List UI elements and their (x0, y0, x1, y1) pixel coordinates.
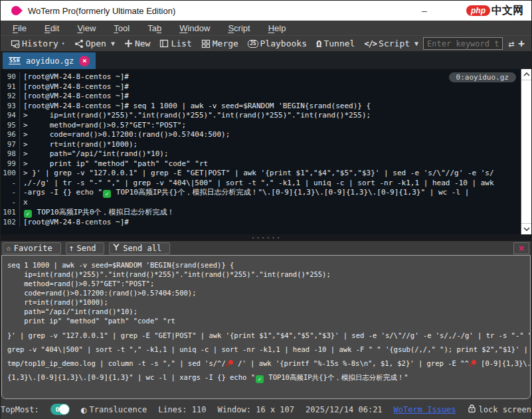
line-text: [root@VM-24-8-centos ~]# (20, 72, 129, 82)
tab-label: aoyiduo.gz (26, 56, 74, 66)
line-text: [root@VM-24-8-centos ~]# (20, 82, 129, 92)
playbooks-button[interactable]: JS Playbooks (243, 37, 311, 51)
terminal[interactable]: 90[root@VM-24-8-centos ~]#91[root@VM-24-… (1, 69, 531, 234)
editor-line: seq 1 1000 | awk -v seed=$RANDOM 'BEGIN{… (7, 260, 525, 270)
tunnel-label: Tunnel (323, 39, 355, 48)
terminal-line: --args -I {} echo "✓ TOP10高频IP共{}个，模拟日志分… (1, 188, 520, 198)
lock-screen-button[interactable]: lock screen (468, 404, 531, 415)
pin-icon (226, 360, 233, 367)
tab-close-icon[interactable]: × (79, 56, 90, 66)
line-text: > code=rand()>0.1?200:(rand()>0.5?404:50… (20, 130, 230, 140)
check-icon: ✓ (103, 190, 111, 198)
line-number: - (1, 179, 20, 189)
check-icon: ✓ (24, 210, 32, 218)
swap-icon[interactable]: ⇄ (508, 38, 514, 50)
menu-bar: FileEditViewToolTabWindowScriptHelp (1, 21, 531, 35)
menu-item-script[interactable]: Script (228, 23, 250, 33)
list-button[interactable]: List (155, 37, 196, 51)
plus-icon (124, 39, 133, 48)
line-text: x (20, 198, 28, 208)
menu-item-tab[interactable]: Tab (147, 23, 161, 33)
editor-line: }' | grep -v "127.0.0.1" | grep -E "GET|… (7, 329, 525, 343)
terminal-line: 102[root@VM-24-8-centos ~]# (1, 218, 520, 228)
menu-item-file[interactable]: File (13, 23, 27, 33)
line-text: > ip=int(rand()*255)"."int(rand()*255)".… (20, 111, 371, 121)
add-icon[interactable]: + (518, 37, 525, 50)
list-icon (159, 39, 169, 48)
window-title: WoTerm Pro(formerly Ultimate Edition) (28, 6, 175, 16)
history-button[interactable]: History ▾ (6, 37, 70, 51)
line-number: 100 (1, 169, 20, 179)
editor-line: ip=int(rand()*255)"."int(rand()*255)"."i… (7, 270, 525, 279)
line-text: > method=rand()>0.5?"GET":"POST"; (20, 121, 186, 131)
send-button[interactable]: ↑ Send (66, 242, 105, 254)
lines-count: Lines: 110 (158, 405, 206, 414)
topmost-toggle[interactable]: ON (50, 404, 70, 415)
open-button[interactable]: Open ▼ (70, 37, 120, 51)
menu-item-window[interactable]: Window (179, 23, 210, 33)
favorite-button[interactable]: ☆ Favorite (3, 242, 61, 254)
history-label: History (22, 39, 58, 48)
code-icon: </> (364, 39, 377, 48)
editor-line: rt=int(rand()*1000); (7, 297, 525, 307)
splitter-handle-icon[interactable] (251, 232, 282, 240)
open-icon (74, 39, 84, 48)
command-editor[interactable]: seq 1 1000 | awk -v seed=$RANDOM 'BEGIN{… (1, 255, 531, 399)
line-text: > rt=int(rand()*1000); (20, 140, 137, 150)
editor-line: method=rand()>0.5?"GET":"POST"; (7, 279, 525, 288)
terminal-line: -x (1, 198, 520, 208)
terminal-line: 98> path="/api/"int(rand()*10); (1, 149, 520, 159)
history-icon (11, 39, 20, 48)
php-watermark: php 中文网 (466, 4, 523, 18)
branch-icon (112, 243, 120, 253)
topmost-label: TopMost: (1, 405, 39, 414)
line-number: 95 (1, 121, 20, 131)
menu-item-view[interactable]: View (77, 23, 96, 33)
search-box (423, 37, 503, 50)
new-button[interactable]: New (120, 37, 155, 51)
terminal-line: 101✓ TOP10高频IP共0个，模拟日志分析完成！ (1, 208, 520, 218)
script-label: Script (379, 39, 410, 48)
panel-close-icon[interactable]: × (513, 242, 529, 254)
up-arrow-icon: ↑ (69, 243, 74, 253)
issues-link[interactable]: WoTerm Issues (394, 405, 456, 414)
editor-line: grep -v "404\|500" | sort -t "," -k1,1 |… (7, 343, 525, 357)
menu-item-edit[interactable]: Edit (44, 23, 59, 33)
line-number: - (1, 188, 20, 198)
merge-icon (201, 39, 211, 48)
title-bar: WoTerm Pro(formerly Ultimate Edition) — … (1, 1, 531, 21)
send-all-button[interactable]: Send all (109, 242, 170, 254)
playbooks-label: Playbooks (260, 39, 307, 48)
tab-aoyiduo[interactable]: SSH aoyiduo.gz × (3, 52, 96, 69)
line-number: 94 (1, 111, 20, 121)
scroll-up-icon[interactable] (521, 69, 531, 80)
ssh-icon: SSH (9, 57, 21, 64)
line-number: 90 (1, 72, 20, 82)
half-circle-icon: ◐ (81, 404, 86, 415)
tab-bar: SSH aoyiduo.gz × (1, 51, 531, 69)
list-label: List (171, 39, 191, 48)
php-logo-icon: php (466, 5, 490, 16)
search-input[interactable] (424, 39, 502, 48)
editor-line: code=rand()>0.1?200:(rand()>0.5?404:500)… (7, 288, 525, 297)
line-text: -args -I {} echo "✓ TOP10高频IP共{}个，模拟日志分析… (20, 188, 469, 198)
line-number: 98 (1, 149, 20, 159)
scroll-down-icon[interactable] (521, 223, 531, 234)
line-text: [root@VM-24-8-centos ~]# (20, 218, 129, 228)
terminal-scrollbar[interactable] (521, 69, 531, 234)
translucence-label: Translucence (89, 405, 147, 414)
js-icon: JS (248, 40, 258, 48)
editor-block1: seq 1 1000 | awk -v seed=$RANDOM 'BEGIN{… (7, 260, 525, 325)
splitter[interactable] (1, 234, 531, 241)
toggle-knob-icon (59, 404, 69, 414)
terminal-line: 100> }' | grep -v "127.0.0.1" | grep -E … (1, 169, 520, 179)
minimize-button[interactable]: — (414, 6, 434, 16)
script-button[interactable]: </> Script ▼ (359, 37, 423, 51)
menu-item-tool[interactable]: Tool (114, 23, 130, 33)
translucence-control[interactable]: ◐ Translucence (81, 404, 147, 415)
tunnel-button[interactable]: Ω Tunnel (311, 37, 359, 51)
terminal-line: 92[root@VM-24-8-centos ~]# (1, 92, 520, 102)
merge-button[interactable]: Merge (197, 37, 243, 51)
menu-item-help[interactable]: Help (268, 23, 286, 33)
line-text: > print ip" "method" "path" "code" "rt (20, 159, 208, 169)
